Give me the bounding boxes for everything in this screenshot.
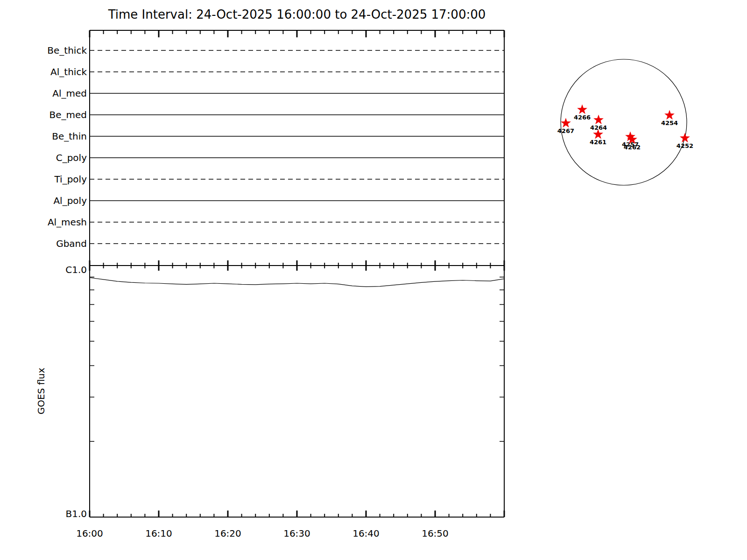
active-region-label-4267: 4267	[557, 127, 574, 134]
x-tick-label-16:10: 16:10	[145, 528, 172, 539]
x-tick-label-16:00: 16:00	[76, 528, 103, 539]
filter-label-Al_med: Al_med	[52, 88, 87, 99]
filter-label-Ti_poly: Ti_poly	[54, 174, 87, 185]
active-region-label-4254: 4254	[661, 119, 678, 126]
goes-flux-line	[90, 278, 504, 287]
active-region-label-4264: 4264	[590, 124, 607, 131]
goes-ymax-label: C1.0	[65, 264, 87, 275]
filter-label-Al_mesh: Al_mesh	[48, 217, 87, 228]
filter-label-Al_thick: Al_thick	[50, 66, 87, 77]
x-tick-label-16:20: 16:20	[214, 528, 241, 539]
active-region-label-4266: 4266	[574, 114, 591, 121]
filter-label-Be_thick: Be_thick	[47, 45, 87, 56]
filter-label-Be_med: Be_med	[49, 109, 87, 120]
goes-ymin-label: B1.0	[65, 508, 87, 519]
filter-label-Be_thin: Be_thin	[52, 131, 87, 142]
filter-label-C_poly: C_poly	[56, 152, 87, 163]
filter-label-Gband: Gband	[56, 238, 87, 249]
filter-label-Al_poly: Al_poly	[53, 195, 87, 206]
x-tick-label-16:30: 16:30	[283, 528, 310, 539]
active-region-label-4252: 4252	[677, 142, 693, 149]
active-region-label-4262: 4262	[624, 144, 641, 151]
goes-flux-axis-title: GOES flux	[35, 368, 47, 414]
x-tick-label-16:50: 16:50	[422, 528, 449, 539]
x-tick-label-16:40: 16:40	[352, 528, 380, 539]
timeline-goes-and-sunmap-plot: Be_thickAl_thickAl_medBe_medBe_thinC_pol…	[0, 0, 747, 560]
active-region-label-4261: 4261	[590, 139, 606, 146]
xrt-flare-catalog-page: Time Interval: 24-Oct-2025 16:00:00 to 2…	[0, 0, 747, 560]
